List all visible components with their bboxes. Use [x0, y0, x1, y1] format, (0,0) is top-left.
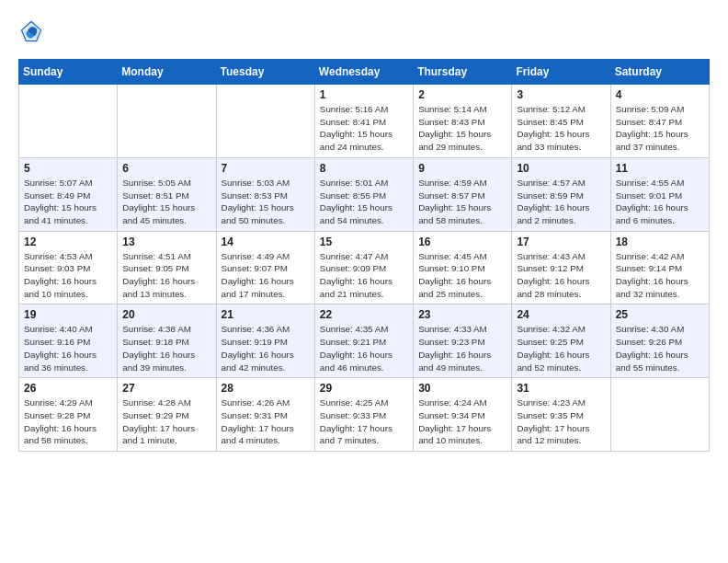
- calendar-cell: 26Sunrise: 4:29 AM Sunset: 9:28 PM Dayli…: [19, 378, 118, 452]
- day-number: 2: [418, 88, 506, 101]
- calendar-cell: 3Sunrise: 5:12 AM Sunset: 8:45 PM Daylig…: [512, 85, 610, 158]
- calendar-cell: [19, 85, 118, 158]
- day-number: 19: [24, 308, 112, 321]
- day-number: 10: [517, 162, 605, 175]
- calendar-week-4: 19Sunrise: 4:40 AM Sunset: 9:16 PM Dayli…: [19, 304, 710, 378]
- calendar-cell: 5Sunrise: 5:07 AM Sunset: 8:49 PM Daylig…: [19, 157, 118, 231]
- day-info: Sunrise: 5:03 AM Sunset: 8:53 PM Dayligh…: [222, 177, 310, 227]
- logo: [18, 18, 48, 44]
- calendar-cell: 10Sunrise: 4:57 AM Sunset: 8:59 PM Dayli…: [512, 157, 610, 231]
- day-number: 14: [222, 236, 310, 248]
- day-number: 25: [616, 308, 704, 321]
- day-number: 23: [418, 308, 506, 321]
- day-number: 26: [24, 382, 112, 395]
- calendar-cell: 29Sunrise: 4:25 AM Sunset: 9:33 PM Dayli…: [314, 378, 413, 452]
- day-info: Sunrise: 4:53 AM Sunset: 9:03 PM Dayligh…: [24, 250, 112, 301]
- calendar-week-5: 26Sunrise: 4:29 AM Sunset: 9:28 PM Dayli…: [19, 378, 710, 452]
- day-number: 12: [24, 236, 112, 248]
- day-info: Sunrise: 4:47 AM Sunset: 9:09 PM Dayligh…: [320, 250, 408, 301]
- calendar-cell: 14Sunrise: 4:49 AM Sunset: 9:07 PM Dayli…: [216, 231, 314, 304]
- day-info: Sunrise: 4:59 AM Sunset: 8:57 PM Dayligh…: [418, 177, 506, 227]
- day-number: 3: [517, 88, 605, 101]
- day-number: 8: [320, 162, 408, 175]
- calendar-header-sunday: Sunday: [19, 60, 118, 85]
- day-info: Sunrise: 4:45 AM Sunset: 9:10 PM Dayligh…: [418, 250, 506, 301]
- calendar-cell: 1Sunrise: 5:16 AM Sunset: 8:41 PM Daylig…: [314, 85, 413, 158]
- day-info: Sunrise: 4:29 AM Sunset: 9:28 PM Dayligh…: [24, 396, 112, 447]
- day-number: 13: [122, 236, 210, 248]
- day-number: 6: [122, 162, 210, 175]
- calendar-header-thursday: Thursday: [414, 60, 512, 85]
- day-info: Sunrise: 5:16 AM Sunset: 8:41 PM Dayligh…: [320, 103, 408, 154]
- header: [18, 18, 710, 44]
- day-info: Sunrise: 4:57 AM Sunset: 8:59 PM Dayligh…: [517, 177, 605, 227]
- day-info: Sunrise: 4:36 AM Sunset: 9:19 PM Dayligh…: [222, 323, 310, 373]
- day-number: 30: [418, 382, 506, 395]
- day-number: 18: [616, 236, 704, 248]
- calendar-cell: 6Sunrise: 5:05 AM Sunset: 8:51 PM Daylig…: [118, 157, 216, 231]
- day-info: Sunrise: 4:35 AM Sunset: 9:21 PM Dayligh…: [320, 323, 408, 373]
- day-number: 4: [616, 88, 704, 101]
- day-info: Sunrise: 4:40 AM Sunset: 9:16 PM Dayligh…: [24, 323, 112, 373]
- calendar-cell: 24Sunrise: 4:32 AM Sunset: 9:25 PM Dayli…: [512, 304, 610, 378]
- day-info: Sunrise: 4:51 AM Sunset: 9:05 PM Dayligh…: [122, 250, 210, 301]
- calendar-cell: 9Sunrise: 4:59 AM Sunset: 8:57 PM Daylig…: [414, 157, 512, 231]
- day-info: Sunrise: 4:42 AM Sunset: 9:14 PM Dayligh…: [616, 250, 704, 301]
- calendar-cell: 27Sunrise: 4:28 AM Sunset: 9:29 PM Dayli…: [118, 378, 216, 452]
- calendar-cell: 13Sunrise: 4:51 AM Sunset: 9:05 PM Dayli…: [118, 231, 216, 304]
- calendar-cell: 25Sunrise: 4:30 AM Sunset: 9:26 PM Dayli…: [610, 304, 709, 378]
- calendar-cell: 30Sunrise: 4:24 AM Sunset: 9:34 PM Dayli…: [414, 378, 512, 452]
- calendar-cell: 21Sunrise: 4:36 AM Sunset: 9:19 PM Dayli…: [216, 304, 314, 378]
- day-number: 1: [320, 88, 408, 101]
- day-info: Sunrise: 5:01 AM Sunset: 8:55 PM Dayligh…: [320, 177, 408, 227]
- calendar-header-row: SundayMondayTuesdayWednesdayThursdayFrid…: [19, 60, 710, 85]
- calendar-cell: 20Sunrise: 4:38 AM Sunset: 9:18 PM Dayli…: [118, 304, 216, 378]
- calendar-cell: [118, 85, 216, 158]
- day-info: Sunrise: 4:55 AM Sunset: 9:01 PM Dayligh…: [616, 177, 704, 227]
- calendar-cell: 17Sunrise: 4:43 AM Sunset: 9:12 PM Dayli…: [512, 231, 610, 304]
- calendar-header-tuesday: Tuesday: [216, 60, 314, 85]
- day-info: Sunrise: 4:26 AM Sunset: 9:31 PM Dayligh…: [222, 396, 310, 447]
- day-info: Sunrise: 4:43 AM Sunset: 9:12 PM Dayligh…: [517, 250, 605, 301]
- calendar-cell: 19Sunrise: 4:40 AM Sunset: 9:16 PM Dayli…: [19, 304, 118, 378]
- calendar-header-wednesday: Wednesday: [314, 60, 413, 85]
- calendar-table: SundayMondayTuesdayWednesdayThursdayFrid…: [18, 59, 710, 452]
- day-info: Sunrise: 4:33 AM Sunset: 9:23 PM Dayligh…: [418, 323, 506, 373]
- day-number: 29: [320, 382, 408, 395]
- day-number: 20: [122, 308, 210, 321]
- day-number: 15: [320, 236, 408, 248]
- calendar-cell: 7Sunrise: 5:03 AM Sunset: 8:53 PM Daylig…: [216, 157, 314, 231]
- day-number: 22: [320, 308, 408, 321]
- day-info: Sunrise: 4:25 AM Sunset: 9:33 PM Dayligh…: [320, 396, 408, 447]
- calendar-cell: 28Sunrise: 4:26 AM Sunset: 9:31 PM Dayli…: [216, 378, 314, 452]
- day-info: Sunrise: 4:24 AM Sunset: 9:34 PM Dayligh…: [418, 396, 506, 447]
- day-info: Sunrise: 4:49 AM Sunset: 9:07 PM Dayligh…: [222, 250, 310, 301]
- calendar-cell: 31Sunrise: 4:23 AM Sunset: 9:35 PM Dayli…: [512, 378, 610, 452]
- page: SundayMondayTuesdayWednesdayThursdayFrid…: [0, 0, 728, 470]
- day-number: 7: [222, 162, 310, 175]
- day-info: Sunrise: 5:12 AM Sunset: 8:45 PM Dayligh…: [517, 103, 605, 154]
- day-info: Sunrise: 4:32 AM Sunset: 9:25 PM Dayligh…: [517, 323, 605, 373]
- day-info: Sunrise: 4:28 AM Sunset: 9:29 PM Dayligh…: [122, 396, 210, 447]
- day-info: Sunrise: 4:30 AM Sunset: 9:26 PM Dayligh…: [616, 323, 704, 373]
- day-info: Sunrise: 5:14 AM Sunset: 8:43 PM Dayligh…: [418, 103, 506, 154]
- day-info: Sunrise: 5:09 AM Sunset: 8:47 PM Dayligh…: [616, 103, 704, 154]
- day-info: Sunrise: 5:07 AM Sunset: 8:49 PM Dayligh…: [24, 177, 112, 227]
- calendar-cell: 15Sunrise: 4:47 AM Sunset: 9:09 PM Dayli…: [314, 231, 413, 304]
- day-number: 5: [24, 162, 112, 175]
- calendar-week-2: 5Sunrise: 5:07 AM Sunset: 8:49 PM Daylig…: [19, 157, 710, 231]
- calendar-header-friday: Friday: [512, 60, 610, 85]
- calendar-header-monday: Monday: [118, 60, 216, 85]
- day-info: Sunrise: 4:23 AM Sunset: 9:35 PM Dayligh…: [517, 396, 605, 447]
- calendar-cell: 11Sunrise: 4:55 AM Sunset: 9:01 PM Dayli…: [610, 157, 709, 231]
- calendar-cell: [216, 85, 314, 158]
- day-info: Sunrise: 5:05 AM Sunset: 8:51 PM Dayligh…: [122, 177, 210, 227]
- day-number: 24: [517, 308, 605, 321]
- calendar-cell: 12Sunrise: 4:53 AM Sunset: 9:03 PM Dayli…: [19, 231, 118, 304]
- calendar-cell: 22Sunrise: 4:35 AM Sunset: 9:21 PM Dayli…: [314, 304, 413, 378]
- calendar-week-3: 12Sunrise: 4:53 AM Sunset: 9:03 PM Dayli…: [19, 231, 710, 304]
- calendar-cell: 2Sunrise: 5:14 AM Sunset: 8:43 PM Daylig…: [414, 85, 512, 158]
- day-info: Sunrise: 4:38 AM Sunset: 9:18 PM Dayligh…: [122, 323, 210, 373]
- calendar-week-1: 1Sunrise: 5:16 AM Sunset: 8:41 PM Daylig…: [19, 85, 710, 158]
- day-number: 16: [418, 236, 506, 248]
